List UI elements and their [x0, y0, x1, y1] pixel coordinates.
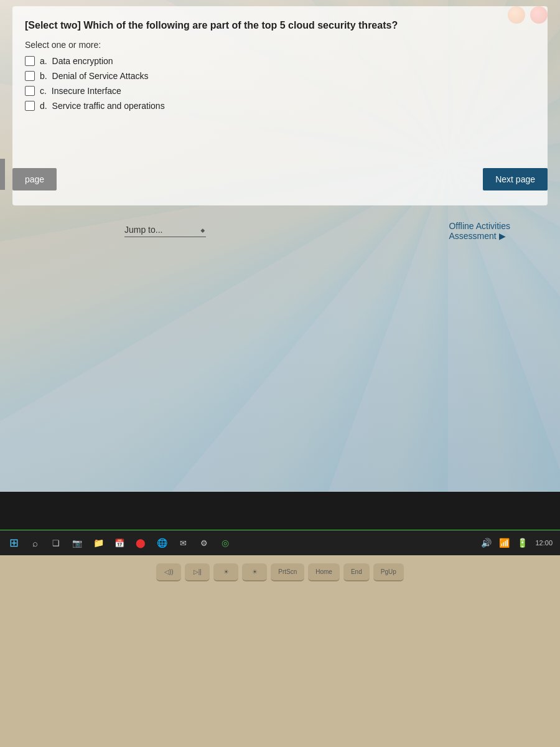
- option-label-d: d. Service traffic and operations: [40, 101, 165, 111]
- search-taskbar-button[interactable]: ⌕: [26, 534, 44, 552]
- calendar-taskbar-button[interactable]: 📅: [111, 534, 128, 552]
- settings-taskbar-icon: ⚙: [200, 538, 208, 548]
- option-row-c[interactable]: c. Insecure Interface: [25, 86, 529, 96]
- brightness-down-icon: ☀: [223, 568, 229, 575]
- checkbox-d[interactable]: [25, 101, 35, 111]
- pgup-label: PgUp: [381, 568, 396, 575]
- mail-taskbar-icon: ✉: [180, 538, 187, 548]
- key-brightness-up[interactable]: ☀: [242, 563, 267, 581]
- next-page-button[interactable]: Next page: [483, 168, 548, 190]
- start-button[interactable]: ⊞: [5, 534, 22, 552]
- key-brightness-down[interactable]: ☀: [213, 563, 238, 581]
- option-label-a: a. Data encryption: [40, 56, 113, 66]
- file-taskbar-icon: 📁: [93, 538, 104, 548]
- key-play-pause[interactable]: ▷||: [185, 563, 210, 581]
- checkbox-c[interactable]: [25, 86, 35, 96]
- screen-area: [Select two] Which of the following are …: [0, 0, 560, 542]
- home-label: Home: [315, 568, 332, 575]
- taskview-button[interactable]: ❑: [47, 534, 65, 552]
- navigation-buttons: page Next page: [12, 168, 548, 190]
- file-taskbar-button[interactable]: 📁: [90, 534, 107, 552]
- search-taskbar-icon: ⌕: [32, 538, 38, 548]
- browser-taskbar-button[interactable]: 🌐: [153, 534, 170, 552]
- option-row-d[interactable]: d. Service traffic and operations: [25, 101, 529, 111]
- stop-taskbar-button[interactable]: ⬤: [132, 534, 149, 552]
- key-pgup[interactable]: PgUp: [373, 563, 404, 581]
- jump-to-arrow[interactable]: ⬥: [200, 224, 206, 235]
- assessment-link[interactable]: Assessment ▶: [449, 231, 510, 241]
- key-volume-down[interactable]: ◁)): [156, 563, 181, 581]
- brightness-up-icon: ☀: [252, 568, 258, 575]
- browser-taskbar-icon: 🌐: [157, 538, 167, 548]
- calendar-taskbar-icon: 📅: [114, 538, 124, 548]
- settings-taskbar-button[interactable]: ⚙: [195, 534, 213, 552]
- camera-taskbar-button[interactable]: 📷: [68, 534, 86, 552]
- mail-taskbar-button[interactable]: ✉: [174, 534, 192, 552]
- taskview-icon: ❑: [52, 538, 60, 548]
- volume-down-icon: ◁)): [164, 568, 174, 575]
- key-end[interactable]: End: [343, 563, 370, 581]
- keyboard-area: ◁)) ▷|| ☀ ☀ PrtScn Home End PgUp: [0, 557, 560, 747]
- jump-to-text: Jump to...: [124, 225, 162, 235]
- checkbox-b[interactable]: [25, 71, 35, 81]
- play-pause-icon: ▷||: [194, 568, 202, 575]
- prev-page-edge: [0, 159, 5, 190]
- option-row-b[interactable]: b. Denial of Service Attacks: [25, 71, 529, 81]
- assessment-arrow-icon: ▶: [499, 231, 506, 241]
- offline-activities-link[interactable]: Offline Activities: [449, 221, 510, 231]
- prtscn-label: PrtScn: [278, 568, 297, 575]
- offline-activities-section: Offline Activities Assessment ▶: [449, 221, 510, 241]
- system-tray: 🔊 📶 🔋 12:00: [478, 537, 555, 549]
- question-title: [Select two] Which of the following are …: [25, 19, 529, 32]
- windows-taskbar: ⊞ ⌕ ❑ 📷 📁 📅 ⬤ 🌐 ✉ ⚙ ◎ 🔊 📶 🔋 12:00: [0, 530, 560, 555]
- jump-to-area: Jump to... ⬥: [124, 224, 206, 237]
- jump-to-select[interactable]: Jump to... ⬥: [124, 224, 206, 237]
- prev-page-button[interactable]: page: [12, 168, 57, 190]
- option-label-b: b. Denial of Service Attacks: [40, 71, 148, 81]
- option-row-a[interactable]: a. Data encryption: [25, 56, 529, 66]
- option-label-c: c. Insecure Interface: [40, 86, 121, 96]
- chrome-taskbar-icon: ◎: [222, 538, 229, 548]
- checkbox-a[interactable]: [25, 56, 35, 66]
- camera-taskbar-icon: 📷: [72, 538, 82, 548]
- select-instruction: Select one or more:: [25, 40, 529, 50]
- key-home[interactable]: Home: [308, 563, 340, 581]
- network-icon[interactable]: 📶: [497, 537, 512, 549]
- battery-icon[interactable]: 🔋: [515, 537, 530, 549]
- chrome-taskbar-button[interactable]: ◎: [217, 534, 234, 552]
- stop-taskbar-icon: ⬤: [136, 538, 146, 548]
- end-label: End: [351, 568, 362, 575]
- key-prtscn[interactable]: PrtScn: [271, 563, 304, 581]
- clock: 12:00: [533, 538, 555, 548]
- windows-icon: ⊞: [9, 536, 19, 550]
- volume-icon[interactable]: 🔊: [478, 537, 494, 549]
